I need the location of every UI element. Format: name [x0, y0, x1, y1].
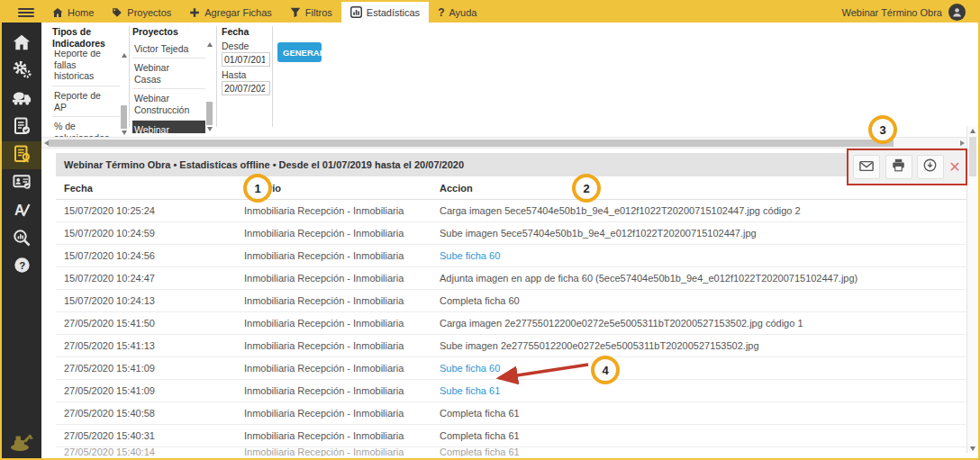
date-from-input[interactable] — [222, 52, 270, 67]
sidebar-item-design-tools[interactable]: A — [2, 197, 41, 225]
vertical-scrollbar[interactable] — [966, 126, 978, 453]
accion-text: Completa ficha 61 — [440, 447, 520, 456]
cell-fecha: 27/05/2020 15:40:31 — [64, 430, 244, 441]
cell-accion: Sube ficha 60 — [440, 250, 967, 261]
user-avatar[interactable] — [948, 4, 966, 21]
projects-listbox: Victor Tejeda Webinar Casas Webinar Cons… — [132, 40, 213, 133]
cell-accion: Sube ficha 60 — [440, 363, 967, 374]
accion-text: Completa ficha 60 — [440, 295, 520, 306]
tab-agregar-fichas[interactable]: Agregar Fichas — [180, 2, 281, 23]
sidebar-item-report-certificates[interactable] — [2, 141, 41, 169]
sidebar-item-id-card[interactable] — [2, 169, 41, 197]
table-row: 27/05/2020 15:40:31Inmobiliaria Recepció… — [56, 425, 967, 447]
accion-text: Sube imagen 2e27755012200e0272e5e5005311… — [440, 340, 759, 351]
ficha-link[interactable]: Sube ficha 60 — [440, 363, 500, 374]
date-to-label: Hasta — [222, 69, 270, 80]
scroll-up-icon[interactable] — [970, 129, 975, 133]
table-row: 15/07/2020 10:24:56Inmobiliaria Recepció… — [56, 245, 967, 267]
cell-fecha: 15/07/2020 10:24:59 — [64, 228, 244, 239]
table-row: 27/05/2020 15:41:50Inmobiliaria Recepció… — [56, 312, 967, 335]
cell-usuario: Inmobiliaria Recepción - Inmobiliaria — [244, 363, 440, 374]
tab-estadisticas[interactable]: Estadísticas — [341, 2, 429, 23]
design-tools-icon: A — [13, 201, 31, 222]
log-table-body: 15/07/2020 10:25:24Inmobiliaria Recepció… — [56, 200, 967, 456]
sidebar-item-checklist[interactable] — [2, 113, 41, 141]
cell-fecha: 15/07/2020 10:24:56 — [64, 250, 244, 261]
sidebar-item-home[interactable] — [2, 30, 41, 58]
svg-text:?: ? — [19, 260, 25, 271]
tab-proyectos[interactable]: Proyectos — [103, 2, 180, 23]
report-section: ✕ Webinar Término Obra • Estadisticas of… — [56, 153, 967, 456]
cell-fecha: 27/05/2020 15:41:09 — [64, 363, 244, 374]
column-header-usuario: Usuario — [244, 183, 440, 194]
close-icon[interactable]: ✕ — [948, 160, 960, 175]
ficha-link[interactable]: Sube ficha 60 — [440, 250, 500, 261]
menu-toggle-icon[interactable] — [18, 2, 34, 23]
date-to-input[interactable] — [222, 81, 270, 95]
cell-usuario: Inmobiliaria Recepción - Inmobiliaria — [244, 318, 440, 329]
table-row: 27/05/2020 15:41:09Inmobiliaria Recepció… — [56, 357, 967, 380]
list-item-selected[interactable]: Webinar Término Obra — [132, 121, 205, 133]
home-icon — [13, 33, 31, 55]
accion-text: Adjunta imagen en app de ficha 60 (5ece5… — [440, 273, 858, 284]
table-row: 27/05/2020 15:40:58Inmobiliaria Recepció… — [56, 402, 967, 425]
cell-accion: Carga imagen 5ece57404e50b1b_9e4_e012f10… — [440, 205, 967, 216]
cell-fecha: 27/05/2020 15:40:14 — [64, 447, 244, 456]
generate-button[interactable]: GENERAR — [277, 42, 322, 62]
list-item[interactable]: Webinar Construcción — [132, 89, 205, 120]
tags-icon — [112, 7, 122, 18]
projects-group: Proyectos Victor Tejeda Webinar Casas We… — [132, 26, 213, 133]
tab-home[interactable]: Home — [43, 2, 103, 23]
list-item[interactable]: Reporte de AP — [52, 86, 120, 117]
top-navbar: Home Proyectos Agregar Fichas Filtros Es… — [2, 2, 978, 23]
cell-fecha: 27/05/2020 15:41:09 — [64, 385, 244, 396]
cell-usuario: Inmobiliaria Recepción - Inmobiliaria — [244, 447, 440, 456]
cell-usuario: Inmobiliaria Recepción - Inmobiliaria — [244, 340, 440, 351]
ficha-link[interactable]: Sube ficha 61 — [440, 385, 500, 396]
cell-accion: Adjunta imagen en app de ficha 60 (5ece5… — [440, 273, 967, 284]
cell-accion: Completa ficha 61 — [440, 430, 967, 441]
cell-usuario: Inmobiliaria Recepción - Inmobiliaria — [244, 408, 440, 419]
cell-accion: Completa ficha 60 — [440, 295, 967, 306]
plus-icon — [189, 7, 200, 18]
projects-label: Proyectos — [132, 26, 213, 38]
scroll-right-icon[interactable] — [960, 140, 965, 146]
cell-usuario: Inmobiliaria Recepción - Inmobiliaria — [244, 250, 440, 261]
sidebar-item-search-stats[interactable] — [2, 225, 41, 253]
list-scrollbar[interactable] — [120, 50, 128, 137]
download-button[interactable] — [917, 155, 944, 179]
list-item[interactable]: Reporte de fallas historicas — [52, 50, 120, 86]
callout-3: 3 — [868, 115, 897, 144]
sidebar-item-settings[interactable] — [2, 58, 41, 86]
cell-accion: Sube imagen 2e27755012200e0272e5e5005311… — [440, 340, 967, 351]
user-area: Webinar Término Obra — [842, 2, 978, 23]
sidebar-item-mixer[interactable] — [2, 86, 41, 113]
cell-fecha: 27/05/2020 15:41:50 — [64, 318, 244, 329]
list-scrollbar[interactable] — [205, 40, 213, 133]
table-row: 27/05/2020 15:41:13Inmobiliaria Recepció… — [56, 335, 967, 357]
cell-usuario: Inmobiliaria Recepción - Inmobiliaria — [244, 273, 440, 284]
date-label: Fecha — [222, 26, 270, 38]
callout-2: 2 — [572, 174, 601, 203]
list-item[interactable]: Webinar Casas — [132, 59, 205, 89]
cell-usuario: Inmobiliaria Recepción - Inmobiliaria — [244, 385, 440, 396]
tab-filtros[interactable]: Filtros — [281, 2, 341, 23]
table-row: 15/07/2020 10:24:13Inmobiliaria Recepció… — [56, 290, 967, 312]
list-item[interactable]: % de solucionados — [52, 117, 120, 137]
accion-text: Completa ficha 61 — [440, 408, 520, 419]
horizontal-scrollbar[interactable] — [41, 137, 967, 149]
table-row: 15/07/2020 10:24:47Inmobiliaria Recepció… — [56, 267, 967, 290]
vertical-scroll-thumb[interactable] — [969, 137, 976, 176]
sidebar-item-help[interactable]: ? — [2, 253, 41, 281]
horizontal-scroll-thumb[interactable] — [49, 140, 894, 147]
cell-usuario: Inmobiliaria Recepción - Inmobiliaria — [244, 430, 440, 441]
date-range-group: Fecha Desde Hasta — [222, 26, 270, 95]
print-button[interactable] — [885, 155, 912, 179]
email-button[interactable] — [853, 155, 880, 179]
scroll-down-icon[interactable] — [970, 446, 975, 451]
chart-icon — [350, 6, 362, 18]
list-item[interactable]: Victor Tejeda — [132, 40, 205, 59]
tab-ayuda[interactable]: ? Ayuda — [429, 2, 485, 23]
app-window: Home Proyectos Agregar Fichas Filtros Es… — [0, 0, 980, 460]
cell-usuario: Inmobiliaria Recepción - Inmobiliaria — [244, 228, 440, 239]
